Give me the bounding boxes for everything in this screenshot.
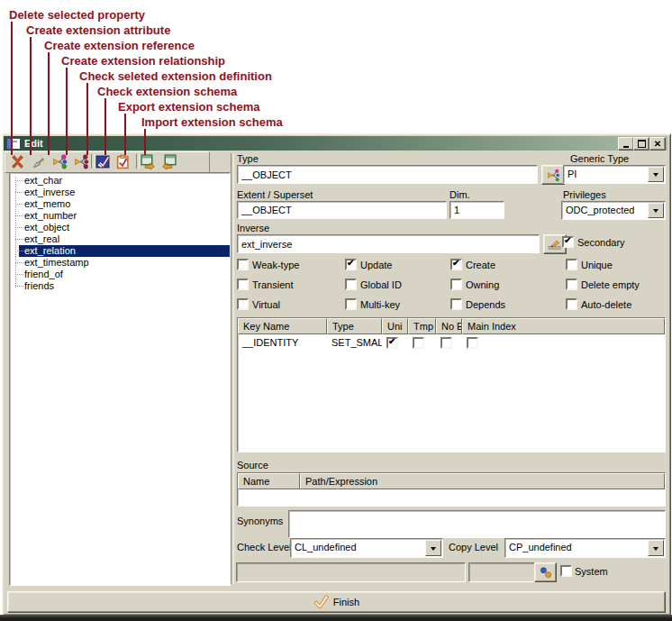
main-index-header[interactable]: Main Index [462,318,665,334]
extent-label: Extent / Superset [237,189,313,200]
link-browse-button[interactable] [534,562,557,582]
tree-item-ext-relation[interactable]: ext_relation [10,245,230,257]
depends-checkbox[interactable] [450,298,462,310]
source-label: Source [237,460,268,470]
finish-check-icon [313,595,329,609]
no-e-header[interactable]: No E [436,318,462,334]
dim-input[interactable] [452,203,504,217]
annotation-delete-property: Delete selected property [9,8,145,22]
tree-item-ext-real[interactable]: ext_real [10,233,230,245]
source-path-header[interactable]: Path/Expression [300,473,665,489]
weak-type-label: Weak-type [252,260,299,270]
generic-type-label: Generic Type [570,153,629,164]
tree-item-ext-memo[interactable]: ext_memo [10,198,230,210]
minimize-button[interactable] [618,137,634,151]
dim-field[interactable] [450,201,504,219]
virtual-checkbox[interactable] [237,298,249,310]
synonyms-textarea[interactable] [289,511,665,537]
export-schema-button[interactable] [141,154,156,169]
synonyms-field[interactable] [288,510,666,538]
key-table[interactable]: Key Name Type Uni Tmp No E Main Index __… [237,317,666,452]
create-label: Create [466,260,495,270]
tmp-cell-checkbox[interactable] [413,337,424,349]
tree-item-ext-char[interactable]: ext_char [10,175,230,187]
privileges-value: ODC_protected [566,205,634,215]
copy-level-dropdown-button[interactable] [648,540,664,556]
tree-item-ext-inverse[interactable]: ext_inverse [10,187,230,198]
no-e-cell-checkbox[interactable] [440,337,452,349]
maximize-button[interactable] [633,137,649,151]
close-button[interactable]: ✕ [649,137,666,151]
import-schema-button[interactable] [161,154,177,169]
privileges-select[interactable]: ODC_protected [561,201,666,220]
tree-item-ext-timestamp[interactable]: ext_timestamp [10,257,230,269]
weak-type-checkbox[interactable] [237,259,249,270]
export-schema-icon [141,154,156,169]
type-input[interactable] [240,167,537,182]
property-list[interactable]: ext_char ext_inverse ext_memo ext_number… [9,172,231,586]
inverse-input[interactable] [240,236,539,251]
delete-property-button[interactable] [10,154,25,169]
uni-cell-checkbox[interactable] [386,337,398,349]
create-relationship-button[interactable] [74,154,89,169]
extent-field[interactable] [237,201,447,219]
main-index-cell-checkbox[interactable] [467,337,478,349]
annotation-check-schema: Check extension schema [97,85,237,98]
check-level-dropdown-button[interactable] [425,540,441,556]
global-id-checkbox[interactable] [345,279,357,290]
privileges-dropdown-button[interactable] [648,203,664,218]
uni-header[interactable]: Uni [382,318,408,334]
toolbar-separator [91,154,95,169]
type-header[interactable]: Type [327,318,382,334]
check-level-value: CL_undefined [295,542,357,553]
copy-level-label: Copy Level [449,542,498,553]
node-browse-icon [547,169,560,182]
key-table-row[interactable]: __IDENTITY SET_SMAL [238,334,665,351]
tree-item-friend-of[interactable]: friend_of [10,269,230,280]
tmp-header[interactable]: Tmp [408,318,436,334]
multi-key-label: Multi-key [360,299,400,310]
aux-field-1 [236,562,466,582]
inverse-field[interactable] [237,234,540,253]
transient-checkbox[interactable] [237,279,249,290]
window-title: Edit [24,138,43,149]
panel-splitter[interactable] [231,153,234,584]
tree-item-ext-number[interactable]: ext_number [10,210,230,222]
check-schema-button[interactable] [115,154,131,169]
generic-type-dropdown-button[interactable] [648,167,664,182]
finish-label: Finish [333,597,359,607]
source-table[interactable]: Name Path/Expression [237,472,666,507]
delete-empty-checkbox[interactable] [566,279,577,290]
title-bar[interactable]: Edit [4,136,667,151]
key-name-header[interactable]: Key Name [238,318,327,334]
create-checkbox[interactable] [450,259,462,270]
privileges-label: Privileges [563,189,606,200]
tree-item-friends[interactable]: friends [10,280,230,292]
create-reference-button[interactable] [52,154,68,169]
multi-key-checkbox[interactable] [345,298,357,310]
owning-checkbox[interactable] [450,279,462,290]
system-checkbox[interactable] [560,565,572,577]
type-cell: SET_SMAL [327,337,382,348]
extent-input[interactable] [240,203,446,217]
depends-label: Depends [466,299,505,310]
check-definition-button[interactable] [95,154,111,169]
check-level-select[interactable]: CL_undefined [290,538,443,558]
source-name-header[interactable]: Name [238,473,300,489]
create-attribute-button[interactable] [32,154,47,169]
inverse-label: Inverse [237,223,269,233]
finish-button[interactable]: Finish [7,591,666,613]
dim-label: Dim. [450,189,470,200]
copy-level-select[interactable]: CP_undefined [504,538,666,558]
secondary-checkbox[interactable] [562,236,574,248]
update-checkbox[interactable] [345,259,357,270]
global-id-label: Global ID [360,279,402,290]
auto-delete-checkbox[interactable] [566,298,577,310]
generic-type-select[interactable]: PI [563,165,666,184]
annotation-line [30,37,32,155]
annotation-create-relationship: Create extension relationship [61,54,225,68]
type-field[interactable] [237,165,538,184]
tree-item-ext-object[interactable]: ext_object [10,222,230,233]
type-browse-button[interactable] [541,165,565,185]
unique-checkbox[interactable] [566,259,577,270]
